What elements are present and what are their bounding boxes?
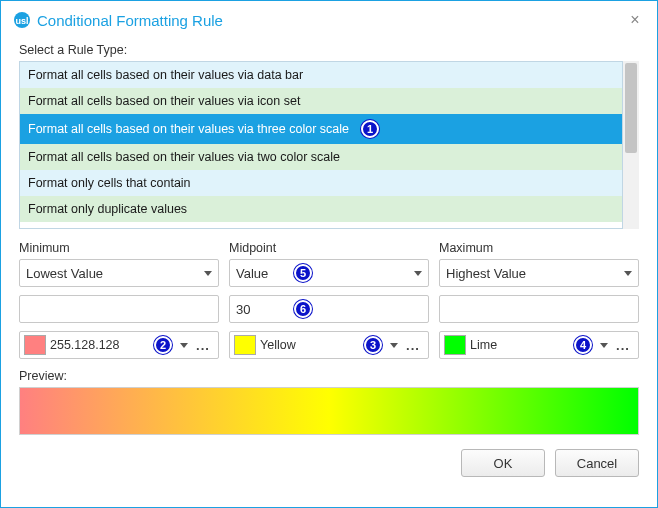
- midpoint-type-select[interactable]: Value 5: [229, 259, 429, 287]
- annotation-badge-3: 3: [364, 336, 382, 354]
- maximum-color-swatch: [444, 335, 466, 355]
- window-title: Conditional Formatting Rule: [37, 12, 625, 29]
- annotation-badge-1: 1: [361, 120, 379, 138]
- svg-text:usl: usl: [15, 16, 28, 26]
- midpoint-color-label: Yellow: [260, 338, 354, 352]
- rule-item-label: Format only cells that contain: [28, 176, 191, 190]
- midpoint-color-swatch: [234, 335, 256, 355]
- rule-type-list[interactable]: Format all cells based on their values v…: [19, 61, 623, 229]
- chevron-down-icon: [390, 343, 398, 348]
- rule-item-label: Format all cells based on their values v…: [28, 68, 303, 82]
- titlebar: usl Conditional Formatting Rule ×: [1, 1, 657, 37]
- chevron-down-icon: [414, 271, 422, 276]
- rule-item-icon-set[interactable]: Format all cells based on their values v…: [20, 88, 622, 114]
- maximum-color-select[interactable]: Lime 4 ...: [439, 331, 639, 359]
- minimum-color-more-button[interactable]: ...: [192, 338, 214, 353]
- app-icon: usl: [13, 11, 31, 29]
- minimum-color-swatch: [24, 335, 46, 355]
- rule-item-label: Format all cells based on their values v…: [28, 150, 340, 164]
- midpoint-value-input[interactable]: 30 6: [229, 295, 429, 323]
- minimum-color-select[interactable]: 255.128.128 2 ...: [19, 331, 219, 359]
- rule-list-scrollbar[interactable]: [623, 61, 639, 229]
- maximum-column: Maximum Highest Value Lime 4 ...: [439, 241, 639, 359]
- ok-button[interactable]: OK: [461, 449, 545, 477]
- rule-item-data-bar[interactable]: Format all cells based on their values v…: [20, 62, 622, 88]
- ok-button-label: OK: [494, 456, 513, 471]
- rule-item-label: Format all cells based on their values v…: [28, 122, 349, 136]
- rule-item-label: Format all cells based on their values v…: [28, 94, 300, 108]
- rule-item-label: Format only duplicate values: [28, 202, 187, 216]
- maximum-label: Maximum: [439, 241, 639, 255]
- rule-item-three-color-scale[interactable]: Format all cells based on their values v…: [20, 114, 622, 144]
- midpoint-color-more-button[interactable]: ...: [402, 338, 424, 353]
- midpoint-column: Midpoint Value 5 30 6 Yellow 3 ...: [229, 241, 429, 359]
- cancel-button[interactable]: Cancel: [555, 449, 639, 477]
- chevron-down-icon: [600, 343, 608, 348]
- rule-item-cells-contain[interactable]: Format only cells that contain: [20, 170, 622, 196]
- annotation-badge-5: 5: [294, 264, 312, 282]
- scroll-thumb[interactable]: [625, 63, 637, 153]
- minimum-color-label: 255.128.128: [50, 338, 144, 352]
- minimum-type-value: Lowest Value: [26, 266, 200, 281]
- maximum-color-label: Lime: [470, 338, 564, 352]
- annotation-badge-4: 4: [574, 336, 592, 354]
- dialog-content: Select a Rule Type: Format all cells bas…: [1, 37, 657, 487]
- maximum-value-input[interactable]: [439, 295, 639, 323]
- chevron-down-icon: [180, 343, 188, 348]
- rule-item-two-color-scale[interactable]: Format all cells based on their values v…: [20, 144, 622, 170]
- annotation-badge-2: 2: [154, 336, 172, 354]
- rule-type-label: Select a Rule Type:: [19, 43, 639, 57]
- maximum-color-more-button[interactable]: ...: [612, 338, 634, 353]
- minimum-label: Minimum: [19, 241, 219, 255]
- value-columns: Minimum Lowest Value 255.128.128 2 ... M…: [19, 241, 639, 359]
- midpoint-value-text: 30: [236, 302, 250, 317]
- chevron-down-icon: [624, 271, 632, 276]
- midpoint-type-value: Value: [236, 266, 410, 281]
- chevron-down-icon: [204, 271, 212, 276]
- preview-gradient: [19, 387, 639, 435]
- preview-label: Preview:: [19, 369, 639, 383]
- cancel-button-label: Cancel: [577, 456, 617, 471]
- midpoint-label: Midpoint: [229, 241, 429, 255]
- dialog-buttons: OK Cancel: [19, 449, 639, 477]
- minimum-column: Minimum Lowest Value 255.128.128 2 ...: [19, 241, 219, 359]
- midpoint-color-select[interactable]: Yellow 3 ...: [229, 331, 429, 359]
- annotation-badge-6: 6: [294, 300, 312, 318]
- close-icon[interactable]: ×: [625, 11, 645, 29]
- maximum-type-select[interactable]: Highest Value: [439, 259, 639, 287]
- maximum-type-value: Highest Value: [446, 266, 620, 281]
- rule-type-container: Format all cells based on their values v…: [19, 61, 639, 229]
- minimum-value-input[interactable]: [19, 295, 219, 323]
- rule-item-duplicate-values[interactable]: Format only duplicate values: [20, 196, 622, 222]
- minimum-type-select[interactable]: Lowest Value: [19, 259, 219, 287]
